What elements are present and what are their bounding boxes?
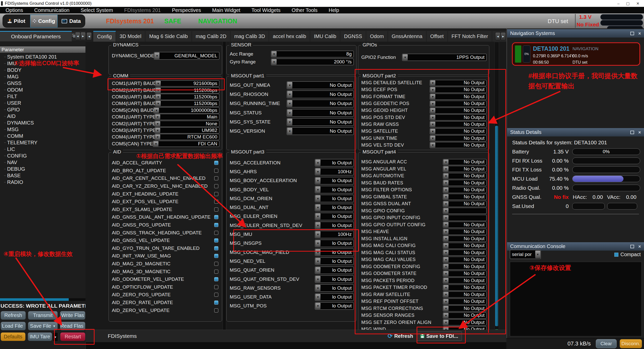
dropdown-arrow-icon[interactable]: ▼ — [155, 134, 160, 139]
param-dropdown[interactable]: ▼lo Output — [315, 275, 354, 283]
dropdown-arrow-icon[interactable]: ▼ — [272, 51, 277, 57]
param-action-button[interactable]: Write Flas — [60, 311, 85, 320]
dropdown-arrow-icon[interactable]: ▼ — [272, 59, 277, 65]
param-dropdown[interactable]: ▼8g — [271, 51, 354, 57]
aid-checkbox[interactable] — [214, 308, 218, 312]
tree-item[interactable]: MSG — [0, 126, 85, 133]
dropdown-arrow-icon[interactable]: ▼ — [287, 100, 292, 107]
aid-checkbox[interactable] — [214, 254, 218, 258]
aid-checkbox[interactable] — [214, 277, 218, 281]
tree-item[interactable]: BASE — [0, 172, 85, 179]
tree-item[interactable]: USER — [0, 100, 85, 106]
config-tab[interactable]: accel hex calib — [269, 31, 310, 42]
param-dropdown[interactable]: ▼No Output — [287, 118, 354, 126]
param-dropdown[interactable]: ▼1PPS Output — [402, 54, 487, 61]
menu-item[interactable]: Main Widget — [207, 7, 246, 13]
tree-item[interactable]: LIC — [0, 146, 85, 152]
aid-checkbox[interactable] — [214, 161, 218, 165]
menu-item[interactable]: Communication — [29, 7, 75, 13]
param-dropdown[interactable]: ▼lo Output — [315, 257, 354, 265]
aid-checkbox[interactable] — [214, 285, 218, 289]
tab-scroll-left-icon[interactable]: ◂ — [75, 32, 80, 40]
param-dropdown[interactable]: ▼No Output — [287, 91, 354, 98]
menu-item[interactable]: Options — [0, 7, 29, 13]
param-dropdown[interactable]: ▼No Output — [287, 109, 354, 117]
dropdown-arrow-icon[interactable]: ▼ — [315, 186, 320, 193]
param-dropdown[interactable]: ▼lo Output — [315, 195, 354, 202]
dropdown-arrow-icon[interactable]: ▼ — [287, 110, 292, 116]
serial-port-select[interactable]: serial por ▼ — [510, 250, 541, 259]
param-dropdown[interactable]: ▼lo Output — [315, 284, 354, 292]
tree-item[interactable]: MAG — [0, 73, 85, 80]
param-dropdown[interactable]: ▼lo Output — [315, 267, 354, 274]
dropdown-arrow-icon[interactable]: ▼ — [155, 128, 160, 133]
param-action-button[interactable]: Save File▼ — [28, 322, 58, 330]
aid-checkbox[interactable] — [214, 293, 218, 297]
navigation-system-card[interactable]: 0% DETA100 201 NAVIGATION 0.279R 0.365P … — [512, 42, 640, 66]
tabbar-scroll-right2-icon[interactable]: ▸ — [500, 32, 506, 40]
tree-item[interactable]: BODY — [0, 67, 85, 73]
param-dropdown[interactable]: ▼lo Output — [315, 293, 354, 301]
tree-item[interactable]: COMM — [0, 133, 85, 139]
param-dropdown[interactable]: ▼Main — [155, 114, 219, 120]
tree-item[interactable]: ODOM — [0, 86, 85, 93]
config-tab[interactable]: IMU Calib — [310, 31, 340, 42]
float-panel-icon[interactable] — [630, 131, 634, 134]
param-dropdown[interactable]: ▼115200bps — [155, 100, 219, 107]
dropdown-arrow-icon[interactable]: ▼ — [315, 267, 320, 273]
tree-item[interactable]: CONFIG — [0, 152, 85, 159]
param-dropdown[interactable]: ▼GENERAL_MODEL — [154, 52, 219, 60]
config-tab[interactable]: Odom — [366, 31, 388, 42]
imu-tare-button[interactable]: IMU Tare — [28, 332, 52, 341]
param-action-button[interactable]: Refresh — [1, 311, 26, 320]
tree-item[interactable]: RADIO — [0, 179, 85, 185]
dropdown-arrow-icon[interactable]: ▼ — [156, 94, 161, 99]
disconnect-button[interactable]: Disconn. — [620, 339, 642, 348]
tree-item[interactable]: AID — [0, 113, 85, 119]
config-tab[interactable]: 3D Model — [116, 31, 146, 42]
param-action-button[interactable]: Transmit — [28, 311, 58, 320]
tree-item[interactable]: FILT — [0, 93, 85, 100]
aid-checkbox[interactable] — [214, 223, 218, 227]
menu-item[interactable]: Tool Widgets — [246, 7, 286, 13]
dropdown-arrow-icon[interactable]: ▼ — [287, 119, 292, 125]
dropdown-arrow-icon[interactable]: ▼ — [155, 121, 160, 126]
dropdown-arrow-icon[interactable]: ▼ — [287, 82, 292, 89]
aid-checkbox[interactable] — [214, 301, 218, 305]
param-dropdown[interactable]: ▼None — [155, 121, 219, 127]
param-dropdown[interactable]: ▼115200bps — [155, 94, 219, 100]
config-tab[interactable]: mag Calib 3D — [230, 31, 269, 42]
dropdown-arrow-icon[interactable]: ▼ — [315, 168, 320, 175]
tabbar-scroll-left2-icon[interactable]: ◂ — [495, 32, 500, 40]
config-tab[interactable]: Mag 6 Side Calib — [145, 31, 192, 42]
close-button[interactable]: ✕ — [636, 1, 639, 6]
menu-item[interactable]: FDIsystems 201 — [119, 7, 166, 13]
aid-checkbox[interactable] — [214, 169, 218, 173]
dropdown-arrow-icon[interactable]: ▼ — [315, 258, 320, 264]
close-panel-icon[interactable]: × — [638, 245, 641, 248]
param-dropdown[interactable]: ▼1000000bps — [153, 107, 219, 113]
aid-checkbox[interactable] — [214, 238, 218, 242]
param-dropdown[interactable]: ▼No Output — [287, 100, 354, 107]
dropdown-arrow-icon[interactable]: ▼ — [315, 285, 320, 291]
console-output-area[interactable] — [510, 262, 642, 336]
aid-checkbox[interactable] — [214, 270, 218, 274]
dropdown-arrow-icon[interactable]: ▼ — [315, 195, 320, 202]
dropdown-arrow-icon[interactable]: ▼ — [315, 213, 320, 220]
param-dropdown[interactable]: ▼No Output — [287, 81, 354, 89]
maximize-button[interactable]: ▢ — [626, 1, 630, 6]
aid-checkbox[interactable] — [214, 184, 218, 188]
aid-checkbox[interactable] — [214, 215, 218, 219]
dropdown-arrow-icon[interactable]: ▼ — [154, 53, 159, 59]
param-dropdown[interactable]: ▼lo Output — [315, 302, 354, 310]
dropdown-arrow-icon[interactable]: ▼ — [315, 178, 320, 184]
param-dropdown[interactable]: ▼FDI CAN — [153, 141, 219, 147]
minimize-button[interactable]: – — [617, 1, 619, 6]
aid-checkbox[interactable] — [214, 176, 218, 180]
aid-checkbox[interactable] — [214, 192, 218, 196]
dropdown-arrow-icon[interactable]: ▼ — [287, 128, 292, 134]
aid-checkbox[interactable] — [214, 262, 218, 266]
dropdown-arrow-icon[interactable]: ▼ — [156, 101, 161, 106]
float-panel-icon[interactable] — [630, 245, 634, 248]
dropdown-arrow-icon[interactable]: ▼ — [155, 114, 160, 119]
